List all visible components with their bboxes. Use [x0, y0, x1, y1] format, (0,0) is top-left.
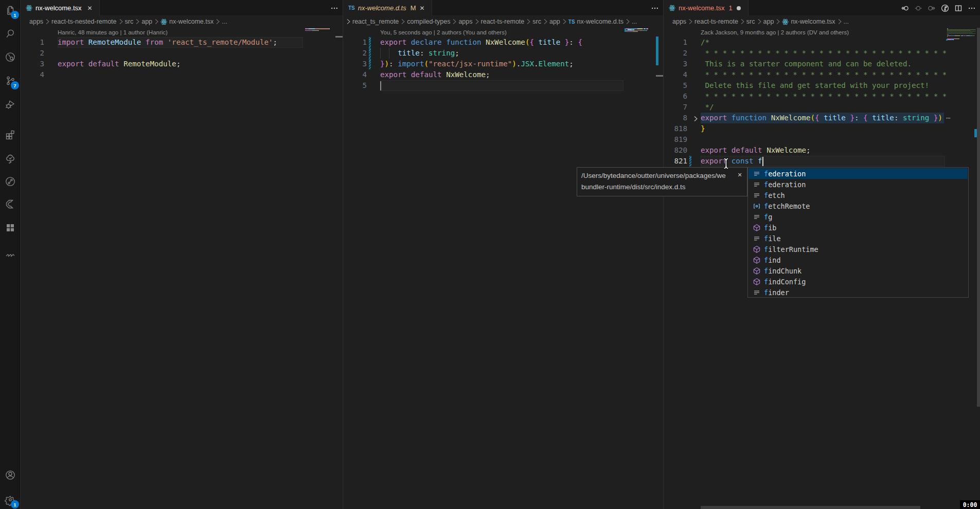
- breadcrumb-item-app[interactable]: app: [763, 18, 774, 25]
- code-token: default: [88, 60, 123, 68]
- breadcrumb-item-apps[interactable]: apps: [29, 18, 43, 25]
- horizontal-scrollbar[interactable]: [701, 506, 920, 509]
- code-line-1[interactable]: import RemoteModule from 'react_ts_remot…: [58, 37, 304, 48]
- activity-bar-item-squiggle[interactable]: [0, 245, 21, 265]
- editor-action-more-icon[interactable]: [968, 4, 976, 12]
- codelens-blame[interactable]: Zack Jackson, 9 months ago | 2 authors (…: [701, 27, 849, 38]
- suggest-match-prefix: f: [764, 278, 768, 286]
- activity-bar-item-gitlens[interactable]: [0, 47, 21, 67]
- code-line-821[interactable]: export const f: [701, 156, 946, 167]
- editor-action-blame-circle-icon[interactable]: [941, 4, 949, 12]
- breadcrumb-item-nx-welcome.tsx[interactable]: nx-welcome.tsx: [782, 18, 835, 25]
- activity-bar-item-explorer[interactable]: 1: [0, 0, 21, 21]
- suggest-item-findChunk[interactable]: findChunk: [749, 265, 968, 276]
- close-icon[interactable]: ✕: [736, 171, 744, 179]
- line-number-821: 821: [670, 156, 687, 167]
- breadcrumb-label: nx-welcome.d.ts: [577, 18, 623, 25]
- chevron-right-icon: [623, 17, 632, 26]
- code-token: }: [850, 114, 854, 122]
- code-line-6[interactable]: * * * * * * * * * * * * * * * * * * * * …: [701, 91, 946, 102]
- breadcrumb-item-react_ts_remote[interactable]: react_ts_remote: [352, 18, 399, 25]
- suggest-item-fetchRemote[interactable]: fetchRemote: [749, 201, 968, 211]
- tab-nx-welcome.d.ts[interactable]: TSnx-welcome.d.tsM✕: [343, 0, 432, 16]
- activity-bar-item-console-ninja[interactable]: [0, 194, 21, 214]
- code-line-2[interactable]: title: string;: [380, 48, 625, 59]
- suggest-item-finder[interactable]: finder: [749, 287, 968, 298]
- breadcrumb-item-src[interactable]: src: [532, 18, 541, 25]
- code-line-7[interactable]: */: [701, 102, 946, 113]
- suggest-label: federation: [764, 170, 806, 178]
- code-line-8[interactable]: export function NxWelcome({ title }: { t…: [701, 113, 946, 123]
- breadcrumb-item-...[interactable]: ...: [222, 18, 227, 25]
- code-line-2[interactable]: * * * * * * * * * * * * * * * * * * * * …: [701, 48, 946, 59]
- code-line-818[interactable]: }: [701, 123, 946, 134]
- code-line-820[interactable]: export default NxWelcome;: [701, 145, 946, 156]
- code-token: ): [938, 114, 942, 122]
- code-line-3[interactable]: }): import("react/jsx-runtime").JSX.Elem…: [380, 59, 625, 69]
- suggest-item-federation[interactable]: federation: [749, 168, 968, 179]
- activity-bar-item-git-graph[interactable]: [0, 171, 21, 192]
- code-token: ;: [455, 49, 459, 57]
- minimap[interactable]: [625, 26, 656, 88]
- breadcrumb-item-apps[interactable]: apps: [672, 18, 686, 25]
- activity-bar-item-todo-tree[interactable]: [0, 149, 21, 169]
- activity-bar-item-extension-grid[interactable]: [0, 217, 21, 238]
- suggest-item-fib[interactable]: fib: [749, 222, 968, 233]
- tab-nx-welcome.tsx[interactable]: nx-welcome.tsx1: [664, 0, 749, 16]
- activity-bar-item-extensions[interactable]: [0, 124, 21, 145]
- tab-nx-welcome.tsx[interactable]: nx-welcome.tsx✕: [21, 0, 100, 16]
- code-token: function: [732, 114, 771, 122]
- tab-close-icon[interactable]: ✕: [418, 4, 426, 12]
- suggest-item-fetch[interactable]: fetch: [749, 190, 968, 201]
- breadcrumb-item-compiled-types[interactable]: compiled-types: [407, 18, 450, 25]
- chevron-right-icon: [152, 17, 161, 26]
- code-line-3[interactable]: This is a starter component and can be d…: [701, 59, 946, 69]
- code-line-1[interactable]: /*: [701, 37, 946, 48]
- code-line-4[interactable]: * * * * * * * * * * * * * * * * * * * * …: [701, 69, 946, 80]
- fold-chevron-icon[interactable]: [691, 115, 700, 125]
- tab-dirty-indicator[interactable]: [735, 4, 743, 12]
- breadcrumb-item-react-ts-nested-remote[interactable]: react-ts-nested-remote: [51, 18, 116, 25]
- code-line-4[interactable]: export default NxWelcome;: [380, 69, 625, 80]
- codelens-blame[interactable]: Hanric, 48 minutes ago | 1 author (Hanri…: [58, 27, 168, 38]
- code-line-3[interactable]: export default RemoteModule;: [58, 59, 304, 69]
- activity-bar-item-account[interactable]: [0, 465, 21, 485]
- breadcrumb-item-react-ts-remote[interactable]: react-ts-remote: [481, 18, 525, 25]
- editor-action-more-icon[interactable]: [330, 4, 338, 12]
- code-line-5[interactable]: Delete this file and get started with yo…: [701, 80, 946, 91]
- codelens-blame[interactable]: You, 5 seconds ago | 2 authors (You and …: [380, 27, 507, 38]
- activity-bar-item-run-debug[interactable]: [0, 94, 21, 115]
- suggest-item-find[interactable]: find: [749, 254, 968, 265]
- breadcrumb-item-app[interactable]: app: [549, 18, 560, 25]
- editor-action-next-change-icon[interactable]: [928, 4, 936, 12]
- breadcrumb-item-src[interactable]: src: [746, 18, 755, 25]
- extension-grid-icon: [4, 222, 16, 234]
- suggest-item-filterRuntime[interactable]: filterRuntime: [749, 244, 968, 254]
- editor-action-split-icon[interactable]: [954, 4, 963, 12]
- breadcrumb-item-...[interactable]: ...: [844, 18, 849, 25]
- suggest-item-federation[interactable]: federation: [749, 179, 968, 190]
- editor-action-open-change-icon[interactable]: [914, 4, 922, 12]
- suggest-item-findConfig[interactable]: findConfig: [749, 276, 968, 287]
- breadcrumb-item-react-ts-remote[interactable]: react-ts-remote: [694, 18, 738, 25]
- breadcrumb-item-nx-welcome.d.ts[interactable]: TSnx-welcome.d.ts: [568, 18, 623, 25]
- activity-bar-item-search[interactable]: [0, 23, 21, 44]
- activity-bar-item-source-control[interactable]: 7: [0, 70, 21, 91]
- editor-action-prev-change-icon[interactable]: [901, 4, 909, 12]
- code-line-1[interactable]: export declare function NxWelcome({ titl…: [380, 37, 625, 48]
- minimap[interactable]: [946, 26, 976, 88]
- breadcrumb-item-...[interactable]: ...: [632, 18, 637, 25]
- tab-close-icon[interactable]: ✕: [86, 4, 94, 12]
- breadcrumb-item-nx-welcome.tsx[interactable]: nx-welcome.tsx: [161, 18, 213, 25]
- activity-bar-item-settings[interactable]: 1: [0, 489, 21, 509]
- minimap[interactable]: [304, 26, 335, 88]
- breadcrumb-item-app[interactable]: app: [141, 18, 152, 25]
- suggest-item-file[interactable]: file: [749, 233, 968, 244]
- breadcrumb-item-apps[interactable]: apps: [458, 18, 472, 25]
- breadcrumb-item-src[interactable]: src: [125, 18, 134, 25]
- editor-action-more-icon[interactable]: [651, 4, 659, 12]
- chevron-right-icon: [473, 17, 481, 26]
- tab-decoration-badge: M: [411, 4, 416, 12]
- suggest-item-fg[interactable]: fg: [749, 211, 968, 222]
- vertical-scrollbar[interactable]: [977, 28, 980, 407]
